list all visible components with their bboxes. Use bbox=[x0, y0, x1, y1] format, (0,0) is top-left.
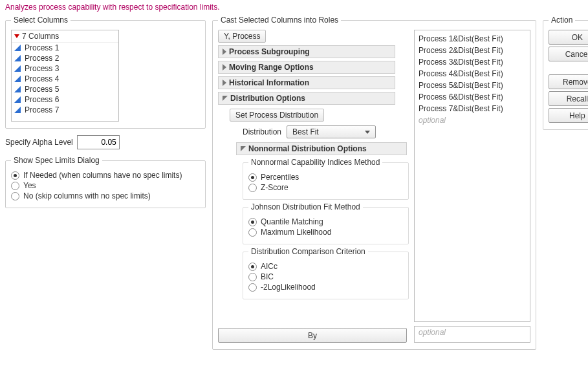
alpha-input[interactable] bbox=[77, 135, 120, 149]
section-moving-range[interactable]: Moving Range Options bbox=[218, 61, 395, 74]
recall-button[interactable]: Recall bbox=[549, 91, 588, 106]
radio-label: If Needed (when columns have no spec lim… bbox=[23, 171, 182, 180]
radio-label: No (skip columns with no spec limits) bbox=[23, 191, 151, 200]
spec-radio-no[interactable]: No (skip columns with no spec limits) bbox=[11, 191, 200, 201]
radio-icon bbox=[248, 263, 257, 271]
column-label: Process 1 bbox=[25, 43, 59, 52]
assigned-item[interactable]: Process 1&Dist(Best Fit) bbox=[419, 33, 526, 45]
column-item[interactable]: Process 1 bbox=[12, 43, 118, 53]
column-label: Process 2 bbox=[25, 54, 59, 63]
cast-roles-legend: Cast Selected Columns into Roles bbox=[218, 16, 341, 25]
criterion-legend: Distribution Comparison Criterion bbox=[248, 247, 368, 256]
section-label: Distribution Options bbox=[230, 94, 305, 103]
continuous-icon bbox=[14, 76, 21, 82]
continuous-icon bbox=[14, 96, 21, 103]
assigned-item[interactable]: Process 3&Dist(Best Fit) bbox=[419, 56, 526, 68]
cast-roles-group: Cast Selected Columns into Roles Y, Proc… bbox=[212, 16, 536, 350]
section-historical[interactable]: Historical Information bbox=[218, 76, 395, 89]
chevron-open-icon bbox=[223, 96, 228, 101]
assigned-item[interactable]: Process 5&Dist(Best Fit) bbox=[419, 80, 526, 91]
johnson-legend: Johnson Distribution Fit Method bbox=[248, 202, 363, 211]
section-label: Nonnormal Distribution Options bbox=[248, 144, 367, 153]
radio-icon bbox=[248, 184, 257, 192]
action-group: Action OK Cancel Remove Recall Help bbox=[543, 16, 588, 130]
column-item[interactable]: Process 4 bbox=[12, 74, 118, 84]
column-item[interactable]: Process 5 bbox=[12, 84, 118, 94]
y-process-button[interactable]: Y, Process bbox=[218, 30, 266, 43]
assigned-item[interactable]: Process 7&Dist(Best Fit) bbox=[419, 103, 526, 114]
select-value: Best Fit bbox=[292, 127, 319, 136]
johnson-radio-ml[interactable]: Maximum Likelihood bbox=[248, 227, 403, 237]
distribution-select[interactable]: Best Fit bbox=[287, 125, 376, 138]
criterion-group: Distribution Comparison Criterion AICc B… bbox=[243, 247, 409, 299]
column-label: Process 5 bbox=[25, 85, 59, 94]
spec-limits-group: Show Spec Limits Dialog If Needed (when … bbox=[5, 156, 206, 208]
johnson-radio-quantile[interactable]: Quantile Matching bbox=[248, 217, 403, 227]
continuous-icon bbox=[14, 107, 21, 113]
column-item[interactable]: Process 2 bbox=[12, 53, 118, 63]
select-columns-legend: Select Columns bbox=[11, 16, 71, 25]
cap-radio-percentiles[interactable]: Percentiles bbox=[248, 172, 403, 182]
radio-label: BIC bbox=[261, 272, 274, 281]
assigned-item[interactable]: Process 4&Dist(Best Fit) bbox=[419, 68, 526, 80]
y-role-list[interactable]: Process 1&Dist(Best Fit) Process 2&Dist(… bbox=[414, 30, 530, 322]
johnson-group: Johnson Distribution Fit Method Quantile… bbox=[243, 202, 409, 244]
by-button[interactable]: By bbox=[218, 328, 407, 343]
section-distribution-options[interactable]: Distribution Options bbox=[218, 92, 395, 105]
optional-placeholder: optional bbox=[419, 114, 526, 126]
help-button[interactable]: Help bbox=[549, 108, 588, 123]
dialog-description: Analyzes process capability with respect… bbox=[5, 3, 583, 12]
section-nonnormal-options[interactable]: Nonnormal Distribution Options bbox=[236, 142, 407, 155]
section-process-subgrouping[interactable]: Process Subgrouping bbox=[218, 45, 395, 58]
radio-label: AICc bbox=[261, 262, 278, 271]
chevron-right-icon bbox=[223, 64, 226, 70]
chevron-down-icon bbox=[365, 131, 370, 134]
spec-radio-if-needed[interactable]: If Needed (when columns have no spec lim… bbox=[11, 170, 200, 180]
column-item[interactable]: Process 7 bbox=[12, 105, 118, 115]
column-label: Process 4 bbox=[25, 74, 59, 83]
alpha-label: Specify Alpha Level bbox=[5, 138, 73, 147]
continuous-icon bbox=[14, 45, 21, 51]
column-label: Process 7 bbox=[25, 105, 59, 114]
assigned-item[interactable]: Process 2&Dist(Best Fit) bbox=[419, 45, 526, 56]
radio-icon bbox=[248, 228, 257, 237]
set-process-distribution-button[interactable]: Set Process Distribution bbox=[230, 109, 324, 122]
radio-label: Percentiles bbox=[261, 173, 299, 182]
cap-radio-zscore[interactable]: Z-Score bbox=[248, 182, 403, 193]
assigned-item[interactable]: Process 6&Dist(Best Fit) bbox=[419, 91, 526, 103]
action-legend: Action bbox=[549, 16, 575, 25]
chevron-open-icon bbox=[241, 146, 246, 151]
cancel-button[interactable]: Cancel bbox=[549, 47, 588, 61]
ok-button[interactable]: OK bbox=[549, 30, 588, 45]
chevron-right-icon bbox=[223, 48, 226, 55]
radio-label: -2LogLikelihood bbox=[261, 283, 316, 292]
by-role-list[interactable]: optional bbox=[414, 326, 530, 343]
remove-button[interactable]: Remove bbox=[549, 74, 588, 89]
radio-icon bbox=[248, 173, 257, 182]
criterion-radio-bic[interactable]: BIC bbox=[248, 272, 403, 282]
continuous-icon bbox=[14, 65, 21, 72]
distribution-label: Distribution bbox=[243, 127, 281, 136]
column-label: Process 3 bbox=[25, 64, 59, 73]
cap-method-group: Nonnormal Capability Indices Method Perc… bbox=[243, 158, 409, 200]
radio-label: Quantile Matching bbox=[261, 217, 323, 226]
columns-count-row[interactable]: 7 Columns bbox=[12, 30, 118, 43]
column-item[interactable]: Process 6 bbox=[12, 94, 118, 105]
collapse-icon bbox=[14, 34, 19, 38]
radio-label: Yes bbox=[23, 181, 36, 190]
criterion-radio-2ll[interactable]: -2LogLikelihood bbox=[248, 282, 403, 292]
radio-label: Z-Score bbox=[261, 183, 289, 192]
radio-icon bbox=[248, 273, 257, 281]
criterion-radio-aicc[interactable]: AICc bbox=[248, 261, 403, 272]
continuous-icon bbox=[14, 55, 21, 61]
radio-icon bbox=[248, 218, 257, 226]
radio-icon bbox=[11, 171, 19, 180]
column-item[interactable]: Process 3 bbox=[12, 63, 118, 74]
select-columns-group: Select Columns 7 Columns Process 1 Proce… bbox=[5, 16, 206, 129]
radio-icon bbox=[248, 283, 257, 292]
spec-radio-yes[interactable]: Yes bbox=[11, 180, 200, 191]
columns-listbox[interactable]: 7 Columns Process 1 Process 2 Process 3 … bbox=[11, 30, 119, 122]
radio-icon bbox=[11, 182, 19, 190]
column-label: Process 6 bbox=[25, 95, 59, 104]
section-label: Process Subgrouping bbox=[229, 47, 310, 56]
